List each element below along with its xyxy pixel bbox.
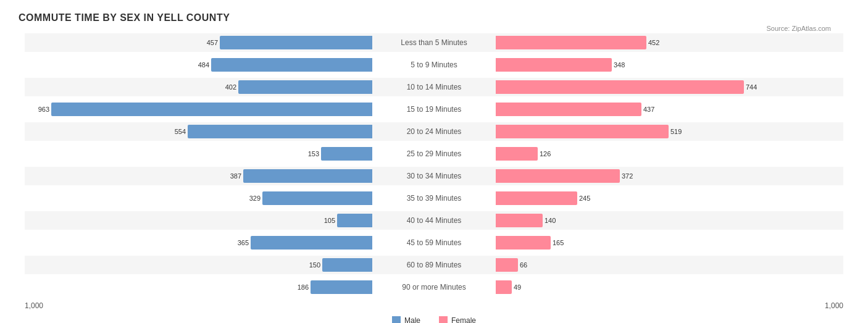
axis-bottom: 1,000 1,000 [25, 301, 843, 310]
row-right-3: 437 [496, 103, 843, 116]
table-row: 186 90 or more Minutes 49 [25, 278, 843, 296]
female-value-1: 348 [614, 61, 633, 69]
row-right-1: 348 [496, 58, 843, 72]
male-value-1: 484 [190, 61, 209, 69]
female-value-10: 66 [520, 261, 540, 269]
row-right-7: 245 [496, 191, 843, 205]
male-value-3: 963 [30, 106, 49, 113]
chart-title: COMMUTE TIME BY SEX IN YELL COUNTY [19, 12, 849, 23]
axis-right-label: 1,000 [825, 301, 843, 310]
female-value-3: 437 [643, 106, 663, 113]
rows-container: 457 Less than 5 Minutes 452 484 5 to 9 M… [25, 33, 843, 296]
table-row: 554 20 to 24 Minutes 519 [25, 122, 843, 141]
row-right-11: 49 [496, 280, 843, 294]
male-bar-0: 457 [220, 36, 372, 49]
female-bar-3: 437 [496, 103, 641, 116]
male-value-2: 402 [217, 83, 236, 91]
row-left-7: 329 [25, 191, 372, 205]
male-bar-11: 186 [311, 280, 372, 294]
female-bar-4: 519 [496, 125, 669, 138]
male-value-10: 150 [301, 261, 320, 269]
male-bar-7: 329 [262, 191, 372, 205]
row-left-3: 963 [25, 103, 372, 116]
chart-area: 457 Less than 5 Minutes 452 484 5 to 9 M… [19, 33, 849, 323]
male-bar-3: 963 [51, 103, 372, 116]
male-legend-box [392, 316, 401, 323]
female-bar-0: 452 [496, 36, 646, 49]
row-left-1: 484 [25, 58, 372, 72]
row-label-7: 35 to 39 Minutes [372, 194, 496, 203]
chart-legend: Male Female [25, 316, 843, 323]
female-bar-11: 49 [496, 280, 512, 294]
female-value-9: 165 [553, 239, 572, 246]
female-value-6: 372 [622, 172, 641, 180]
male-value-0: 457 [198, 39, 218, 46]
row-right-2: 744 [496, 80, 843, 94]
table-row: 484 5 to 9 Minutes 348 [25, 56, 843, 74]
row-left-9: 365 [25, 236, 372, 250]
row-left-0: 457 [25, 36, 372, 49]
male-bar-9: 365 [251, 236, 372, 250]
table-row: 963 15 to 19 Minutes 437 [25, 100, 843, 119]
row-label-8: 40 to 44 Minutes [372, 216, 496, 225]
male-bar-6: 387 [243, 169, 372, 183]
male-bar-10: 150 [322, 258, 372, 272]
row-label-2: 10 to 14 Minutes [372, 83, 496, 91]
axis-left-label: 1,000 [25, 301, 43, 310]
male-value-8: 105 [315, 217, 335, 224]
male-legend-label: Male [404, 316, 420, 323]
male-value-6: 387 [222, 172, 241, 180]
row-left-11: 186 [25, 280, 372, 294]
female-value-8: 140 [545, 217, 564, 224]
row-left-2: 402 [25, 80, 372, 94]
male-value-11: 186 [289, 283, 309, 291]
row-right-8: 140 [496, 214, 843, 227]
male-bar-5: 153 [321, 147, 372, 161]
male-bar-2: 402 [238, 80, 372, 94]
male-bar-8: 105 [337, 214, 372, 227]
male-bar-4: 554 [188, 125, 372, 138]
row-label-4: 20 to 24 Minutes [372, 127, 496, 136]
female-bar-10: 66 [496, 258, 518, 272]
table-row: 402 10 to 14 Minutes 744 [25, 78, 843, 96]
row-right-9: 165 [496, 236, 843, 250]
male-value-9: 365 [229, 239, 249, 246]
table-row: 153 25 to 29 Minutes 126 [25, 145, 843, 163]
table-row: 457 Less than 5 Minutes 452 [25, 33, 843, 52]
female-value-7: 245 [579, 195, 599, 202]
female-bar-1: 348 [496, 58, 612, 72]
row-label-9: 45 to 59 Minutes [372, 238, 496, 247]
female-value-5: 126 [540, 150, 559, 157]
row-right-0: 452 [496, 36, 843, 49]
row-right-4: 519 [496, 125, 843, 138]
table-row: 387 30 to 34 Minutes 372 [25, 167, 843, 185]
row-right-5: 126 [496, 147, 843, 161]
row-label-0: Less than 5 Minutes [372, 38, 496, 47]
row-label-1: 5 to 9 Minutes [372, 61, 496, 69]
row-right-6: 372 [496, 169, 843, 183]
female-bar-5: 126 [496, 147, 538, 161]
female-bar-8: 140 [496, 214, 543, 227]
row-label-11: 90 or more Minutes [372, 283, 496, 292]
female-bar-9: 165 [496, 236, 551, 250]
table-row: 365 45 to 59 Minutes 165 [25, 233, 843, 252]
row-left-10: 150 [25, 258, 372, 272]
table-row: 329 35 to 39 Minutes 245 [25, 189, 843, 208]
male-bar-1: 484 [211, 58, 372, 72]
row-label-3: 15 to 19 Minutes [372, 105, 496, 114]
row-label-5: 25 to 29 Minutes [372, 149, 496, 158]
row-right-10: 66 [496, 258, 843, 272]
row-left-8: 105 [25, 214, 372, 227]
row-label-10: 60 to 89 Minutes [372, 261, 496, 269]
female-bar-6: 372 [496, 169, 620, 183]
male-value-7: 329 [241, 195, 261, 202]
legend-female: Female [439, 316, 476, 323]
male-value-5: 153 [299, 150, 319, 157]
female-value-11: 49 [514, 283, 533, 291]
female-legend-box [439, 316, 448, 323]
female-legend-label: Female [451, 316, 476, 323]
row-label-6: 30 to 34 Minutes [372, 172, 496, 180]
table-row: 105 40 to 44 Minutes 140 [25, 211, 843, 230]
table-row: 150 60 to 89 Minutes 66 [25, 256, 843, 274]
source-label: Source: ZipAtlas.com [766, 25, 831, 32]
